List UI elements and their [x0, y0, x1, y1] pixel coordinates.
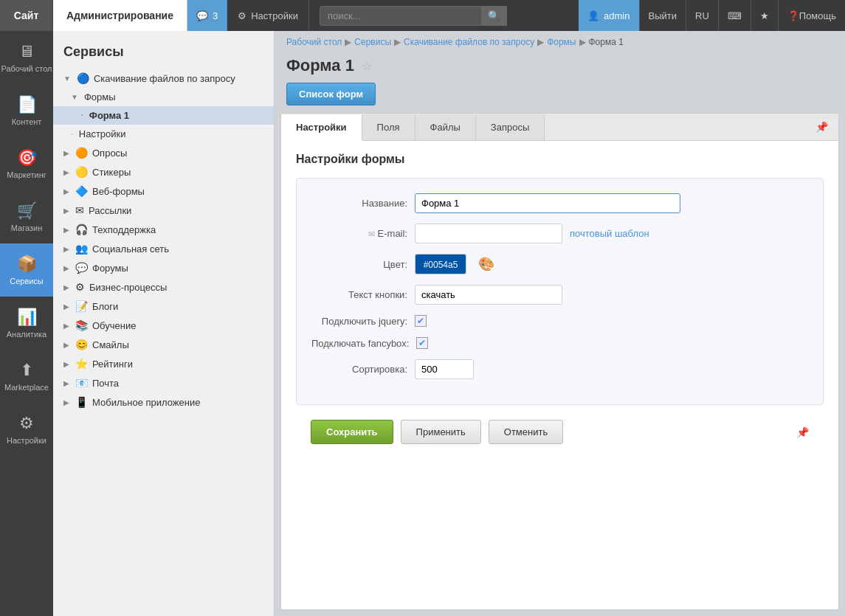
logout-button[interactable]: Выйти: [639, 0, 686, 31]
email-input[interactable]: [415, 224, 562, 243]
nav-services[interactable]: 📦 Сервисы: [0, 243, 53, 297]
sidebar-item-webforms[interactable]: ▶ 🔷 Веб-формы: [53, 181, 274, 201]
sidebar-item-mailings[interactable]: ▶ ✉ Рассылки: [53, 201, 274, 220]
webforms-icon: 🔷: [75, 185, 88, 197]
sidebar-item-mailings-label: Рассылки: [89, 205, 131, 216]
button-text-label: Текст кнопки:: [311, 289, 407, 300]
sidebar-item-blogs[interactable]: ▶ 📝 Блоги: [53, 297, 274, 316]
favorite-star-icon[interactable]: ☆: [362, 59, 372, 73]
fancybox-checkbox[interactable]: ✔: [416, 337, 428, 349]
nav-settings[interactable]: ⚙ Настройки: [0, 403, 53, 456]
user-label: admin: [604, 10, 630, 21]
star-button[interactable]: ★: [751, 0, 778, 31]
button-text-input[interactable]: [415, 285, 562, 305]
name-input[interactable]: [415, 193, 680, 213]
bottom-pin-icon[interactable]: 📌: [796, 426, 809, 438]
tab-fields[interactable]: Поля: [362, 114, 415, 140]
breadcrumb-forms[interactable]: Формы: [547, 37, 576, 47]
lang-button[interactable]: RU: [686, 0, 718, 31]
messages-button[interactable]: 💬 3: [187, 0, 227, 31]
user-icon: 👤: [587, 10, 599, 21]
sidebar-item-support[interactable]: ▶ 🎧 Техподдержка: [53, 220, 274, 239]
sidebar-item-mail[interactable]: ▶ 📧 Почта: [53, 373, 274, 392]
name-row: Название:: [311, 193, 801, 213]
tab-files[interactable]: Файлы: [415, 114, 476, 140]
jquery-checkbox[interactable]: ✔: [415, 315, 427, 327]
list-forms-button[interactable]: Список форм: [286, 83, 376, 105]
form-settings: Настройки формы Название: ✉ E-mail:: [281, 141, 838, 468]
mail-icon: 📧: [75, 377, 88, 389]
nav-desktop-label: Рабочий стол: [1, 64, 52, 73]
sidebar-item-mobile[interactable]: ▶ 📱 Мобильное приложение: [53, 392, 274, 412]
sidebar-item-forms[interactable]: ▼ Формы: [53, 88, 274, 106]
polls-icon: 🟠: [75, 147, 88, 159]
sidebar-item-forums-label: Форумы: [92, 263, 128, 274]
gear-icon: ⚙: [238, 10, 246, 21]
nav-marketplace[interactable]: ⬆ Marketplace: [0, 350, 53, 403]
nav-marketing[interactable]: 🎯 Маркетинг: [0, 137, 53, 190]
smileys-arrow-icon: ▶: [63, 341, 69, 349]
nav-desktop[interactable]: 🖥 Рабочий стол: [0, 31, 53, 84]
sidebar-item-learning[interactable]: ▶ 📚 Обучение: [53, 316, 274, 335]
nav-shop[interactable]: 🛒 Магазин: [0, 190, 53, 243]
sidebar-item-smileys[interactable]: ▶ 😊 Смайлы: [53, 335, 274, 354]
toolbar: Список форм: [275, 83, 845, 113]
ratings-icon: ⭐: [75, 358, 88, 370]
sidebar-item-settings[interactable]: · Настройки: [53, 125, 274, 143]
sidebar-item-bizproc-label: Бизнес-процессы: [89, 282, 167, 293]
forms-collapse-icon: ▼: [71, 93, 78, 101]
stickers-icon: 🟡: [75, 166, 88, 178]
shop-icon: 🛒: [17, 201, 37, 221]
ratings-arrow-icon: ▶: [63, 360, 69, 368]
services-icon: 📦: [17, 255, 37, 274]
nav-content[interactable]: 📄 Контент: [0, 84, 53, 137]
sidebar-item-forums[interactable]: ▶ 💬 Форумы: [53, 258, 274, 277]
apply-button[interactable]: Применить: [401, 420, 481, 444]
search-button[interactable]: 🔍: [481, 6, 507, 26]
breadcrumb-services[interactable]: Сервисы: [354, 37, 391, 47]
nav-analytics-label: Аналитика: [7, 330, 46, 339]
form1-icon: ·: [81, 111, 83, 120]
nav-marketing-label: Маркетинг: [7, 170, 46, 179]
site-button[interactable]: Сайт: [0, 0, 53, 31]
settings-button[interactable]: ⚙ Настройки: [227, 0, 309, 31]
nav-analytics[interactable]: 📊 Аналитика: [0, 297, 53, 350]
sidebar-item-stickers[interactable]: ▶ 🟡 Стикеры: [53, 162, 274, 181]
sidebar-item-form1-label: Форма 1: [89, 110, 129, 121]
blogs-icon: 📝: [75, 300, 88, 312]
sort-input[interactable]: [415, 359, 474, 379]
downloads-icon: 🔵: [77, 72, 89, 84]
color-wheel-icon[interactable]: 🎨: [478, 256, 494, 272]
sidebar-item-bizproc[interactable]: ▶ ⚙ Бизнес-процессы: [53, 277, 274, 297]
breadcrumb-desktop[interactable]: Рабочий стол: [286, 37, 342, 47]
tab-requests[interactable]: Запросы: [476, 114, 545, 140]
search-input[interactable]: [320, 6, 482, 26]
sidebar-item-ratings[interactable]: ▶ ⭐ Рейтинги: [53, 354, 274, 373]
collapse-icon: ▼: [63, 75, 71, 83]
cancel-button[interactable]: Отменить: [489, 420, 563, 444]
save-button[interactable]: Сохранить: [311, 420, 393, 444]
sidebar-item-webforms-label: Веб-формы: [92, 186, 145, 197]
sidebar-item-learning-label: Обучение: [92, 320, 136, 331]
sidebar-item-smileys-label: Смайлы: [92, 339, 129, 350]
sidebar-item-downloads-label: Скачивание файлов по запросу: [94, 73, 235, 84]
tab-pin-icon[interactable]: 📌: [805, 114, 838, 140]
button-text-row: Текст кнопки:: [311, 285, 801, 305]
admin-button[interactable]: Администрирование: [53, 0, 187, 31]
sidebar-item-polls[interactable]: ▶ 🟠 Опросы: [53, 143, 274, 162]
sidebar-item-downloads[interactable]: ▼ 🔵 Скачивание файлов по запросу: [53, 69, 274, 88]
name-label: Название:: [311, 198, 407, 209]
user-button[interactable]: 👤 admin: [579, 0, 638, 31]
mail-template-link[interactable]: почтовый шаблон: [570, 228, 649, 239]
sidebar-item-form1[interactable]: · Форма 1: [53, 106, 274, 125]
tab-settings[interactable]: Настройки: [281, 114, 362, 141]
jquery-label: Подключить jquery:: [311, 316, 407, 327]
stickers-arrow-icon: ▶: [63, 168, 69, 176]
breadcrumb-downloads[interactable]: Скачивание файлов по запросу: [404, 37, 534, 47]
keyboard-button[interactable]: ⌨: [718, 0, 751, 31]
sidebar-item-social[interactable]: ▶ 👥 Социальная сеть: [53, 239, 274, 258]
learning-icon: 📚: [75, 319, 88, 331]
bizproc-icon: ⚙: [75, 281, 85, 293]
breadcrumb-sep1: ▶: [345, 37, 351, 47]
help-button[interactable]: ❓ Помощь: [778, 0, 845, 31]
